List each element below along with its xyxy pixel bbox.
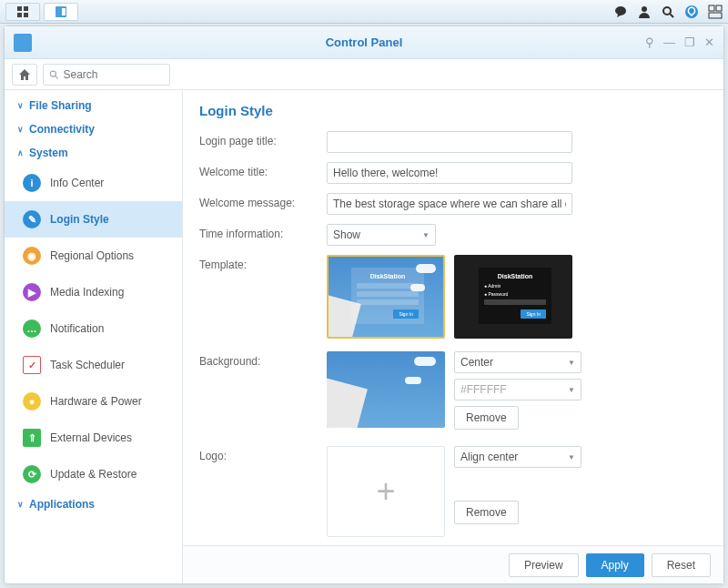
chat-icon[interactable] — [613, 5, 628, 19]
window-titlebar: Control Panel ⚲ — ❐ ✕ — [5, 26, 723, 59]
svg-line-8 — [670, 14, 673, 17]
select-bg-color[interactable]: #FFFFFF▼ — [454, 379, 581, 400]
sidebar: ∨File Sharing ∨Connectivity ∧System iInf… — [5, 90, 183, 583]
calendar-icon: ✓ — [23, 356, 41, 374]
sidebar-item-label: Task Scheduler — [50, 359, 125, 371]
page-heading: Login Style — [199, 103, 707, 118]
taskbar-app-grid[interactable] — [5, 3, 40, 21]
template-light[interactable]: DiskStation Sign In — [327, 255, 445, 339]
select-bg-position[interactable]: Center▼ — [454, 351, 581, 373]
remove-logo-button[interactable]: Remove — [454, 501, 519, 524]
media-icon: ▶ — [23, 283, 41, 301]
svg-point-6 — [642, 6, 647, 12]
style-icon: ✎ — [23, 210, 41, 228]
sidebar-item-hardware[interactable]: ●Hardware & Power — [5, 383, 182, 420]
svg-rect-0 — [17, 6, 22, 11]
plus-icon: + — [376, 472, 395, 511]
sidebar-item-notification[interactable]: …Notification — [5, 310, 182, 347]
widgets-icon[interactable] — [708, 5, 723, 19]
svg-rect-12 — [709, 13, 722, 18]
sidebar-item-media[interactable]: ▶Media Indexing — [5, 274, 182, 310]
sidebar-item-regional[interactable]: ◉Regional Options — [5, 238, 182, 274]
search-icon — [49, 69, 59, 80]
sidebar-item-label: Info Center — [50, 177, 104, 189]
select-value: Center — [460, 356, 493, 369]
svg-rect-5 — [62, 8, 66, 15]
chevron-down-icon: ▼ — [568, 386, 575, 394]
sidebar-item-label: Notification — [50, 322, 104, 335]
sidebar-group-filesharing[interactable]: ∨File Sharing — [5, 94, 182, 117]
sidebar-group-connectivity[interactable]: ∨Connectivity — [5, 117, 182, 141]
label-welcome-title: Welcome title: — [199, 162, 327, 178]
select-logo-align[interactable]: Align center▼ — [454, 446, 581, 468]
globe-icon: ◉ — [23, 247, 41, 265]
logo-upload[interactable]: + — [327, 446, 445, 537]
reset-button[interactable]: Reset — [652, 553, 711, 577]
maximize-icon[interactable]: ❐ — [684, 35, 695, 49]
sidebar-item-external[interactable]: ⇑External Devices — [5, 420, 182, 456]
app-icon — [14, 34, 32, 52]
select-time-info[interactable]: Show▼ — [327, 224, 436, 246]
sidebar-group-label: File Sharing — [29, 99, 92, 112]
chevron-down-icon: ▼ — [422, 231, 430, 239]
sidebar-item-taskscheduler[interactable]: ✓Task Scheduler — [5, 347, 182, 383]
search-input[interactable] — [64, 68, 164, 81]
apply-button[interactable]: Apply — [586, 553, 644, 577]
bulb-icon: ● — [23, 392, 41, 411]
chat-icon: … — [23, 319, 41, 338]
sidebar-group-label: Applications — [29, 498, 95, 511]
svg-point-7 — [663, 7, 671, 15]
select-value: Align center — [460, 451, 518, 463]
label-background: Background: — [199, 351, 327, 368]
remove-background-button[interactable]: Remove — [454, 406, 519, 430]
sidebar-group-label: System — [29, 147, 68, 159]
close-icon[interactable]: ✕ — [704, 35, 714, 49]
control-panel-window: Control Panel ⚲ — ❐ ✕ ∨File Sharing ∨Con… — [4, 25, 724, 584]
taskbar-app-controlpanel[interactable] — [44, 3, 78, 21]
home-button[interactable] — [12, 64, 37, 86]
chevron-up-icon: ∧ — [17, 148, 24, 157]
svg-rect-3 — [24, 13, 28, 17]
sidebar-item-label: Update & Restore — [50, 468, 136, 481]
help-icon[interactable] — [684, 5, 699, 19]
chevron-down-icon: ∨ — [17, 500, 24, 509]
pin-icon[interactable]: ⚲ — [645, 35, 654, 49]
sidebar-item-loginstyle[interactable]: ✎Login Style — [5, 201, 182, 238]
chevron-down-icon: ∨ — [17, 125, 24, 134]
minimize-icon[interactable]: — — [663, 35, 675, 49]
footer: Preview Apply Reset — [183, 545, 723, 583]
sidebar-item-update[interactable]: ⟳Update & Restore — [5, 456, 182, 492]
sidebar-item-label: Login Style — [50, 213, 109, 226]
select-value: Show — [333, 228, 360, 241]
input-login-page-title[interactable] — [327, 131, 572, 153]
svg-rect-1 — [24, 6, 28, 11]
chevron-down-icon: ▼ — [568, 453, 575, 461]
sidebar-item-label: External Devices — [50, 431, 132, 444]
select-value: #FFFFFF — [460, 383, 507, 396]
content-area: Login Style Login page title: Welcome ti… — [183, 90, 723, 583]
svg-rect-10 — [709, 5, 714, 11]
sidebar-item-label: Regional Options — [50, 249, 134, 262]
sidebar-group-label: Connectivity — [29, 123, 95, 136]
svg-line-14 — [56, 76, 58, 78]
sidebar-group-system[interactable]: ∧System — [5, 141, 182, 165]
user-icon[interactable] — [637, 5, 652, 19]
sidebar-item-infocenter[interactable]: iInfo Center — [5, 165, 182, 201]
sidebar-group-applications[interactable]: ∨Applications — [5, 492, 182, 516]
template-dark[interactable]: DiskStation ● Admin ● Password Sign In — [454, 255, 572, 339]
sidebar-item-label: Hardware & Power — [50, 395, 142, 408]
chevron-down-icon: ∨ — [17, 101, 24, 110]
label-logo: Logo: — [199, 446, 327, 462]
input-welcome-title[interactable] — [327, 162, 572, 184]
background-preview[interactable] — [327, 351, 445, 428]
label-welcome-message: Welcome message: — [199, 193, 327, 209]
chevron-down-icon: ▼ — [568, 359, 575, 367]
search-box[interactable] — [43, 64, 170, 86]
svg-rect-2 — [17, 13, 22, 17]
window-title: Control Panel — [5, 35, 723, 49]
toolbar — [5, 59, 723, 90]
svg-point-13 — [50, 71, 56, 76]
input-welcome-message[interactable] — [327, 193, 572, 215]
preview-button[interactable]: Preview — [509, 553, 579, 577]
search-icon[interactable] — [661, 5, 675, 19]
